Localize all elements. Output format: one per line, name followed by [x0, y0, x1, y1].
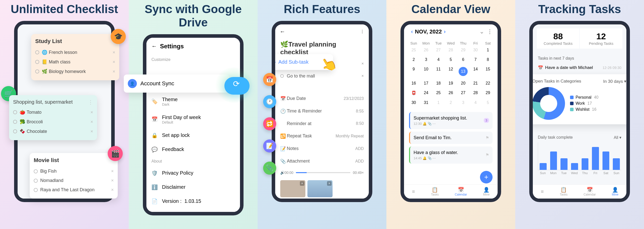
- tab-calendar[interactable]: 📅Calendar: [455, 187, 467, 196]
- repeat-icon: 🔁: [263, 117, 276, 130]
- settings-item-firstday[interactable]: 📅First Day of weekDefault: [146, 110, 240, 128]
- calendar-grid[interactable]: 2526272829301 2345678 9101112131415 1617…: [408, 45, 494, 107]
- calendar-icon: 📅: [151, 116, 159, 122]
- lock-icon: 🔒: [151, 132, 159, 138]
- range-selector[interactable]: All ▾: [614, 135, 621, 140]
- event-item[interactable]: Supermarket shopping list.12:30 🔔 📎 ⋯3: [409, 112, 493, 129]
- close-icon[interactable]: ×: [361, 74, 364, 78]
- list-item[interactable]: 🍫Chocolate×: [13, 127, 93, 136]
- list-item[interactable]: Raya and The Last Dragon×: [34, 185, 114, 195]
- card-title: Movie list: [34, 157, 114, 164]
- range-selector[interactable]: In 30 days ▾: [603, 79, 626, 84]
- tab-calendar[interactable]: 📅Calendar: [584, 187, 596, 196]
- reminder-at-row[interactable]: Reminder at8:50: [275, 118, 369, 130]
- time-reminder-row[interactable]: 🕐Time & Reminder8:55: [275, 105, 369, 118]
- more-icon[interactable]: ⋮: [88, 99, 93, 105]
- subtask-item[interactable]: Go to the mall×: [275, 70, 369, 82]
- completed-stat: 88Completed Tasks: [537, 28, 579, 49]
- clock-icon: 🕐: [280, 108, 287, 114]
- list-item[interactable]: 🌿Biology homework×: [35, 67, 115, 76]
- flag-icon[interactable]: ⚑: [486, 152, 489, 157]
- chevron-down-icon[interactable]: ⌄: [479, 28, 484, 35]
- close-icon[interactable]: ×: [361, 61, 364, 66]
- prev-month-icon[interactable]: ‹: [409, 28, 415, 35]
- settings-item-lock[interactable]: 🔒Set app lock: [146, 128, 240, 142]
- account-sync-row[interactable]: 👤 Account Sync: [124, 74, 229, 93]
- notes-icon: 📝: [280, 146, 287, 151]
- list-item[interactable]: Nomadland×: [34, 176, 114, 185]
- event-item[interactable]: Send Email to Tim.⚑: [409, 132, 493, 144]
- image-thumbnail[interactable]: ×: [280, 180, 305, 197]
- close-icon[interactable]: ×: [327, 181, 332, 186]
- close-icon[interactable]: ×: [112, 59, 115, 65]
- back-icon[interactable]: ←: [151, 43, 157, 50]
- flag-icon[interactable]: ⚑: [486, 135, 489, 140]
- close-icon[interactable]: ×: [300, 181, 304, 186]
- back-icon[interactable]: ←: [280, 28, 285, 35]
- image-thumbnail[interactable]: ×: [307, 180, 333, 197]
- list-item[interactable]: 📒Math class×: [35, 57, 115, 67]
- add-button[interactable]: +: [480, 171, 493, 183]
- theme-icon: 🏷️: [151, 98, 159, 104]
- tabbar: ≡ 📋Tasks 📅Calendar 👤Mine: [533, 184, 626, 199]
- list-item[interactable]: 🥦Broccoli×: [13, 117, 93, 127]
- audio-player[interactable]: 🔊00:0000:49×: [275, 168, 369, 178]
- close-icon[interactable]: ×: [90, 119, 93, 125]
- event-item[interactable]: Have a glass of water.14:45 🔔 📎 ⋯⚑: [409, 146, 493, 164]
- settings-item-privacy[interactable]: 🛡️Privacy Policy: [146, 166, 240, 180]
- month-label[interactable]: NOV, 2022: [415, 28, 442, 35]
- tab-mine[interactable]: 👤Mine: [612, 187, 618, 196]
- cloud-sync-icon: [222, 69, 252, 95]
- close-icon[interactable]: ×: [90, 129, 93, 134]
- notes-row[interactable]: 📝NotesADD: [275, 142, 369, 155]
- close-icon[interactable]: ×: [111, 169, 114, 174]
- shopping-list-card: ⋮ Shopping list, supermarket 🍅Tomato× 🥦B…: [9, 95, 97, 140]
- close-icon[interactable]: ×: [112, 50, 115, 55]
- more-icon[interactable]: ⋮: [360, 29, 364, 34]
- section-title: Tasks in next 7 days: [533, 53, 626, 63]
- version-icon: 📄: [151, 198, 159, 204]
- close-icon[interactable]: ×: [112, 69, 115, 74]
- tab-mine[interactable]: 👤Mine: [483, 187, 490, 196]
- list-item[interactable]: 🌐French lesson×: [35, 48, 115, 57]
- phone-frame: ‹ NOV, 2022 › ⌄ ⋮ SunMonTueWedThuFriSat …: [400, 21, 501, 202]
- calendar-icon: 📅: [280, 96, 287, 101]
- tab-tasks[interactable]: 📋Tasks: [560, 187, 568, 196]
- list-item[interactable]: Big Fish×: [34, 167, 114, 176]
- tab-tasks[interactable]: 📋Tasks: [431, 187, 439, 196]
- panel-title: Unlimited Checklist: [11, 3, 118, 16]
- section-label: Customize: [146, 55, 240, 64]
- more-icon[interactable]: ⋮: [487, 28, 493, 35]
- task-row[interactable]: 📅Have a date with Michael12-26 09:30: [533, 63, 626, 73]
- menu-icon[interactable]: ≡: [541, 189, 544, 195]
- settings-item-feedback[interactable]: 💬Feedback: [146, 142, 240, 157]
- due-date-row[interactable]: 📅Due Date23/12/2023: [275, 92, 369, 105]
- study-list-card: 🎓 Study List 🌐French lesson× 📒Math class…: [31, 34, 119, 80]
- close-icon[interactable]: ×: [362, 171, 364, 175]
- phone-frame: 📊 88Completed Tasks 12Pending Tasks Task…: [529, 21, 630, 202]
- close-icon[interactable]: ×: [111, 178, 114, 183]
- today-cell[interactable]: 13: [459, 67, 468, 76]
- close-icon[interactable]: ×: [90, 110, 93, 115]
- menu-icon[interactable]: ≡: [412, 189, 415, 195]
- close-icon[interactable]: ×: [111, 187, 114, 193]
- settings-item-disclaimer[interactable]: ℹ️Disclaimer: [146, 180, 240, 194]
- section-label: About: [146, 157, 240, 166]
- phone-frame: ← Settings Customize 🔔Notification & Rem…: [143, 34, 244, 215]
- date-icon: 📅: [263, 73, 276, 86]
- settings-item-version: 📄Version : 1.03.15: [146, 194, 240, 208]
- clock-icon: 🕐: [263, 95, 276, 108]
- list-item[interactable]: 🍅Tomato×: [13, 107, 93, 117]
- graduation-icon: 🎓: [111, 29, 126, 44]
- card-title: Shopping list, supermarket: [13, 99, 93, 105]
- notes-icon: 📝: [263, 139, 276, 152]
- phone-frame: ← ⋮ 🌿Travel planning checklist Go to bea…: [272, 21, 372, 202]
- attachment-thumbnails: × ×: [275, 178, 369, 199]
- next-month-icon[interactable]: ›: [442, 28, 448, 35]
- attachment-row[interactable]: 📎AttachmentADD: [275, 155, 369, 168]
- donut-chart: [532, 87, 565, 120]
- settings-header: ← Settings: [146, 38, 240, 55]
- user-icon: 👤: [128, 79, 137, 88]
- calendar-icon: 📅: [538, 65, 543, 70]
- repeat-row[interactable]: 🔁Repeat TaskMonthly Repeat: [275, 130, 369, 142]
